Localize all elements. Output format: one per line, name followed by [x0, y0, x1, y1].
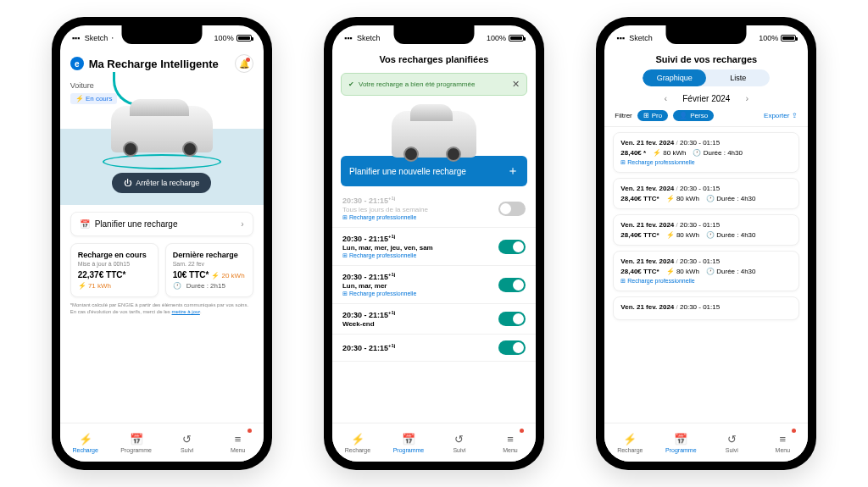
- tab-programme[interactable]: 📅Programme: [383, 423, 434, 462]
- page-title: Ma Recharge Intelligente: [89, 58, 230, 70]
- filter-pro-chip[interactable]: ⊞Pro: [637, 110, 668, 121]
- tab-programme[interactable]: 📅Programme: [111, 423, 162, 462]
- schedule-item[interactable]: 20:30 - 21:15+1jWeek-end: [332, 304, 536, 335]
- history-item[interactable]: Ven. 21 fev. 2024 / 20:30 - 01:1528,40€ …: [613, 132, 799, 173]
- schedule-toggle[interactable]: [498, 240, 526, 254]
- tab-suivi[interactable]: ↺Suivi: [162, 423, 213, 462]
- tab-bar: ⚡Recharge 📅Programme ↺Suivi ≡Menu: [60, 423, 264, 462]
- tab-suivi[interactable]: ↺Suivi: [434, 423, 485, 462]
- export-icon: ⇪: [792, 112, 798, 119]
- schedule-item[interactable]: 20:30 - 21:15+1jLun, mar, mer⊞ Recharge …: [332, 266, 536, 304]
- segment-graphique[interactable]: Graphique: [643, 69, 706, 86]
- export-button[interactable]: Exporter⇪: [764, 112, 798, 119]
- chevron-right-icon: ›: [241, 219, 243, 229]
- plan-charge-button[interactable]: 📅 Planifier une recharge ›: [70, 212, 253, 236]
- plan-new-charge-button[interactable]: Planifier une nouvelle recharge ＋: [341, 156, 527, 186]
- phone-1: ▪▪▪Sketch⬝ 9:41 AM 100% e Ma Recharge In…: [52, 17, 272, 470]
- schedule-toggle[interactable]: [498, 202, 526, 216]
- segment-liste[interactable]: Liste: [706, 69, 770, 86]
- battery-icon: [236, 35, 252, 42]
- schedule-toggle[interactable]: [498, 312, 526, 326]
- history-item[interactable]: Ven. 21 fev. 2024 / 20:30 - 01:1528,40€ …: [613, 214, 799, 246]
- calendar-icon: 📅: [130, 433, 143, 445]
- month-label: Février 2024: [682, 94, 730, 103]
- car-status-section: Voiture ⚡ En cours ⏻Arrêter la recharge: [60, 78, 264, 205]
- schedule-item[interactable]: 20:30 - 21:15+1j: [332, 335, 536, 362]
- tab-menu[interactable]: ≡Menu: [485, 423, 536, 462]
- calendar-icon: 📅: [80, 219, 90, 229]
- update-tariffs-link[interactable]: mettre à jour: [172, 309, 200, 314]
- tab-recharge[interactable]: ⚡Recharge: [604, 423, 655, 462]
- view-segmented-control: Graphique Liste: [643, 69, 770, 86]
- tab-recharge[interactable]: ⚡Recharge: [332, 423, 383, 462]
- bolt-icon: ⚡: [79, 433, 92, 445]
- prev-month-button[interactable]: ‹: [665, 93, 668, 103]
- check-icon: ✔: [348, 80, 354, 88]
- schedule-item[interactable]: 20:30 - 21:15+1jLun, mar, mer, jeu, ven,…: [332, 228, 536, 266]
- tab-suivi[interactable]: ↺Suivi: [706, 423, 757, 462]
- close-toast-button[interactable]: ✕: [512, 79, 520, 90]
- page-title: Suivi de vos recharges: [604, 51, 808, 69]
- phone-2: ▪▪▪Sketch 9:41 AM 100% Vos recharges pla…: [324, 17, 544, 470]
- stop-charge-button[interactable]: ⏻Arrêter la recharge: [112, 173, 211, 193]
- user-icon: 👤: [679, 112, 687, 119]
- success-toast: ✔ Votre recharge a bien été programmée ✕: [341, 73, 527, 96]
- last-charge-card[interactable]: Dernière recharge Sam. 22 fev 10€ TTC* ⚡…: [165, 243, 253, 297]
- price-disclaimer: *Montant calculé par ENGIE à partir des …: [70, 302, 253, 316]
- schedule-toggle[interactable]: [498, 340, 526, 355]
- tab-bar: ⚡Recharge 📅Programme ↺Suivi ≡Menu: [604, 423, 808, 462]
- tab-programme[interactable]: 📅Programme: [655, 423, 706, 462]
- page-title: Vos recharges planifiées: [332, 51, 536, 69]
- history-item[interactable]: Ven. 21 fev. 2024 / 20:30 - 01:15: [613, 296, 799, 320]
- tab-recharge[interactable]: ⚡Recharge: [60, 423, 111, 462]
- phone-3: ▪▪▪Sketch 9:41 AM 100% Suivi de vos rech…: [596, 17, 816, 470]
- current-charge-card[interactable]: Recharge en cours Mise à jour à 00h15 22…: [70, 243, 159, 297]
- briefcase-icon: ⊞: [643, 112, 649, 119]
- notification-button[interactable]: 🔔: [235, 54, 253, 73]
- car-image: [111, 93, 213, 152]
- logo-icon: e: [70, 57, 84, 70]
- status-time: 9:41 AM: [150, 34, 178, 42]
- tab-menu[interactable]: ≡Menu: [213, 423, 264, 462]
- plus-icon: ＋: [507, 163, 519, 179]
- wifi-icon: ⬝: [110, 34, 114, 42]
- history-item[interactable]: Ven. 21 fev. 2024 / 20:30 - 01:1528,40€ …: [613, 178, 799, 209]
- tab-menu[interactable]: ≡Menu: [757, 423, 808, 462]
- schedule-toggle[interactable]: [498, 278, 526, 292]
- car-image: [392, 102, 476, 149]
- next-month-button[interactable]: ›: [745, 93, 748, 103]
- status-bar: ▪▪▪Sketch⬝ 9:41 AM 100%: [60, 25, 264, 51]
- history-icon: ↺: [182, 433, 192, 445]
- power-icon: ⏻: [124, 179, 131, 187]
- history-item[interactable]: Ven. 21 fev. 2024 / 20:30 - 01:1528,40€ …: [613, 251, 799, 291]
- vehicle-label: Voiture: [70, 81, 94, 90]
- status-bar: ▪▪▪Sketch 9:41 AM 100%: [332, 25, 536, 51]
- status-bar: ▪▪▪Sketch 9:41 AM 100%: [604, 25, 808, 51]
- schedule-item[interactable]: 20:30 - 21:15+1jTous les jours de la sem…: [332, 190, 536, 228]
- filter-label: Filtrer: [615, 112, 632, 119]
- tab-bar: ⚡Recharge 📅Programme ↺Suivi ≡Menu: [332, 423, 536, 462]
- filter-perso-chip[interactable]: 👤Perso: [673, 110, 714, 121]
- menu-icon: ≡: [235, 433, 242, 445]
- signal-icon: ▪▪▪: [72, 34, 82, 42]
